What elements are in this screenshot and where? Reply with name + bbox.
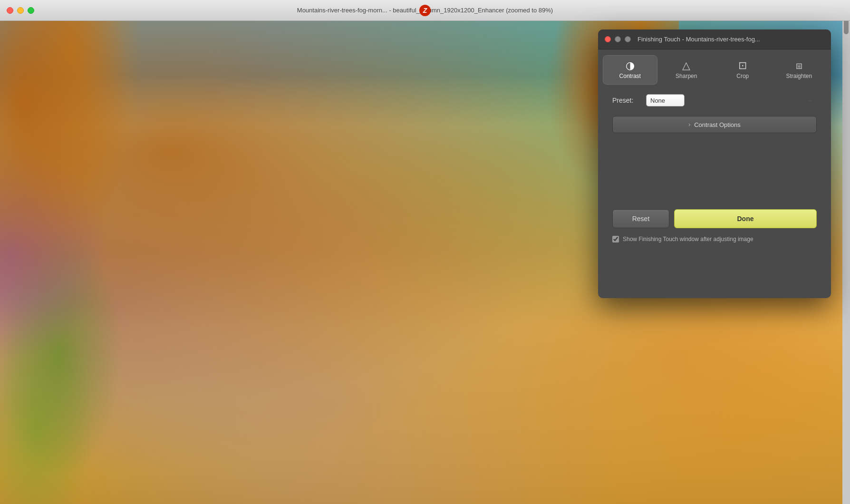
preset-row: Preset: None Light Medium Strong Custom [612, 94, 817, 107]
main-title-bar: Z Mountains-river-trees-fog-morn... - be… [0, 0, 850, 21]
contrast-options-label: Contrast Options [694, 121, 741, 128]
crop-tab-label: Crop [736, 73, 749, 79]
finishing-touch-panel: Finishing Touch - Mountains-river-trees-… [598, 29, 831, 298]
sharpen-tab-label: Sharpen [676, 73, 697, 79]
panel-title-bar: Finishing Touch - Mountains-river-trees-… [598, 29, 831, 49]
trees-left-overlay [0, 0, 238, 504]
traffic-lights [7, 7, 34, 14]
preset-label: Preset: [612, 97, 638, 104]
show-finishing-touch-checkbox[interactable] [612, 236, 619, 242]
chevron-right-icon: › [688, 121, 690, 128]
right-scrollbar[interactable] [842, 0, 850, 504]
tab-straighten[interactable]: ⧆ Straighten [772, 55, 827, 85]
panel-bottom: Reset Done Show Finishing Touch window a… [598, 209, 831, 250]
crop-icon: ⊡ [738, 60, 747, 71]
tab-bar: ◑ Contrast △ Sharpen ⊡ Crop ⧆ Straighten [598, 49, 831, 85]
panel-spacer [612, 143, 817, 200]
done-button[interactable]: Done [674, 209, 817, 228]
contrast-options-button[interactable]: › Contrast Options [612, 116, 817, 133]
panel-close-button[interactable] [605, 36, 611, 42]
contrast-icon: ◑ [626, 60, 635, 71]
panel-content: Preset: None Light Medium Strong Custom … [598, 85, 831, 209]
tab-sharpen[interactable]: △ Sharpen [659, 55, 714, 85]
action-buttons: Reset Done [612, 209, 817, 228]
close-button[interactable] [7, 7, 13, 14]
app-icon: Z [419, 5, 431, 16]
sharpen-icon: △ [682, 60, 690, 71]
straighten-icon: ⧆ [796, 60, 802, 71]
preset-wrapper: None Light Medium Strong Custom [646, 94, 817, 107]
straighten-tab-label: Straighten [786, 73, 812, 79]
reset-button[interactable]: Reset [612, 209, 669, 228]
panel-maximize-button[interactable] [625, 36, 631, 42]
minimize-button[interactable] [17, 7, 24, 14]
panel-title: Finishing Touch - Mountains-river-trees-… [638, 36, 760, 43]
tab-contrast[interactable]: ◑ Contrast [603, 55, 657, 85]
panel-minimize-button[interactable] [615, 36, 621, 42]
preset-select[interactable]: None Light Medium Strong Custom [646, 94, 685, 107]
checkbox-label: Show Finishing Touch window after adjust… [623, 236, 753, 242]
checkbox-row: Show Finishing Touch window after adjust… [612, 236, 817, 242]
maximize-button[interactable] [28, 7, 34, 14]
tab-crop[interactable]: ⊡ Crop [715, 55, 770, 85]
contrast-tab-label: Contrast [619, 73, 641, 79]
